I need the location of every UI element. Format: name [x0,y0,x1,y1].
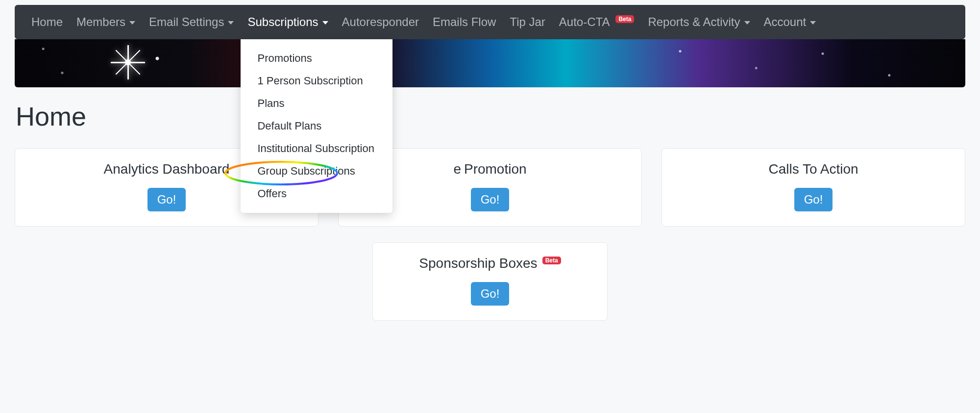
chevron-down-icon [322,21,328,25]
beta-badge: Beta [615,15,634,23]
go-button[interactable]: Go! [147,188,186,211]
nav-label: Tip Jar [510,15,545,29]
chevron-down-icon [228,21,234,25]
go-button[interactable]: Go! [794,188,833,211]
beta-badge: Beta [542,257,561,264]
nav-autoresponder[interactable]: Autoresponder [335,5,426,39]
nav-label: Emails Flow [433,15,496,29]
cards-row-1: Analytics Dashboard Go! e Promotion Go! … [15,148,965,227]
card-calls-to-action: Calls To Action Go! [662,148,965,227]
chevron-down-icon [129,21,135,25]
chevron-down-icon [810,21,816,25]
card-sponsorship-boxes: Sponsorship Boxes Beta Go! [372,242,608,321]
nav-account[interactable]: Account [757,5,823,39]
nav-members[interactable]: Members [70,5,142,39]
dropdown-item-default-plans[interactable]: Default Plans [241,115,392,137]
nav-email-settings[interactable]: Email Settings [142,5,241,39]
dropdown-item-group-subscriptions[interactable]: Group Subscriptions [241,160,392,182]
dropdown-item-1-person[interactable]: 1 Person Subscription [241,70,392,92]
page-title: Home [16,101,965,131]
card-title: e Promotion [453,161,526,177]
nav-label: Members [76,15,125,29]
card-title: Analytics Dashboard [104,161,230,177]
cards-row-2: Sponsorship Boxes Beta Go! [15,242,965,321]
dropdown-item-offers[interactable]: Offers [241,182,392,205]
card-title-cut: e [453,161,461,177]
nav-label: Subscriptions [247,15,318,29]
nav-label: Home [31,15,63,29]
nav-label: Account [764,15,807,29]
main-navbar: Home Members Email Settings Subscription… [15,5,965,39]
nav-auto-cta[interactable]: Auto-CTA Beta [552,5,641,39]
nav-reports-activity[interactable]: Reports & Activity [641,5,757,39]
subscriptions-dropdown: Promotions 1 Person Subscription Plans D… [241,39,392,213]
nav-label: Autoresponder [342,15,419,29]
hero-banner [15,39,965,87]
chevron-down-icon [744,21,750,25]
dropdown-item-institutional[interactable]: Institutional Subscription [241,137,392,160]
nav-tip-jar[interactable]: Tip Jar [503,5,552,39]
nav-home[interactable]: Home [24,5,70,39]
nav-emails-flow[interactable]: Emails Flow [426,5,503,39]
nav-subscriptions[interactable]: Subscriptions Promotions 1 Person Subscr… [241,5,335,39]
go-button[interactable]: Go! [471,188,510,211]
dropdown-item-plans[interactable]: Plans [241,92,392,115]
star-icon [111,45,145,79]
dropdown-item-promotions[interactable]: Promotions [241,47,392,70]
nav-label: Email Settings [149,15,224,29]
card-title: Calls To Action [768,161,858,177]
nav-label: Auto-CTA [559,15,610,29]
card-title: Sponsorship Boxes Beta [419,256,561,271]
nav-label: Reports & Activity [648,15,740,29]
go-button[interactable]: Go! [471,282,510,306]
